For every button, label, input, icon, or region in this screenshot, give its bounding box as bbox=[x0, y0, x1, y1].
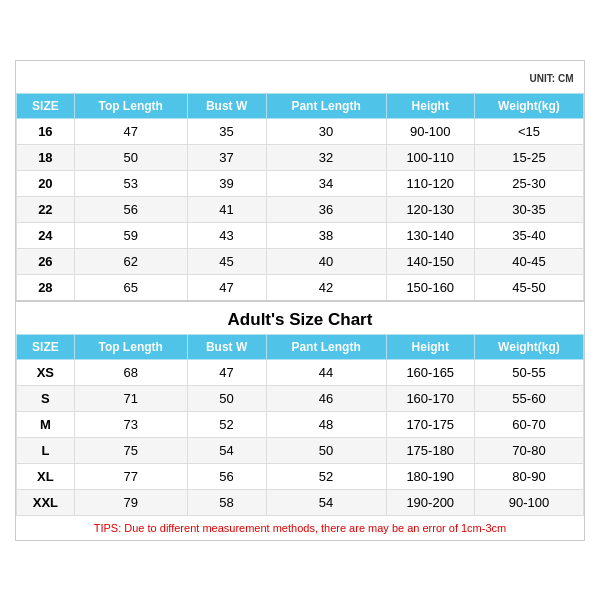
data-cell: 56 bbox=[187, 463, 266, 489]
data-cell: 48 bbox=[266, 411, 386, 437]
children-table-row: 18503732100-11015-25 bbox=[17, 144, 584, 170]
adult-col-header-3: Pant Length bbox=[266, 334, 386, 359]
adult-table-row: S715046160-17055-60 bbox=[17, 385, 584, 411]
size-cell: XS bbox=[17, 359, 75, 385]
data-cell: 59 bbox=[74, 222, 187, 248]
data-cell: 47 bbox=[187, 359, 266, 385]
data-cell: 77 bbox=[74, 463, 187, 489]
data-cell: 30 bbox=[266, 118, 386, 144]
adult-table-body: XS684744160-16550-55S715046160-17055-60M… bbox=[17, 359, 584, 515]
data-cell: 35 bbox=[187, 118, 266, 144]
data-cell: 46 bbox=[266, 385, 386, 411]
unit-label: UNIT: CM bbox=[530, 73, 574, 84]
adult-table-row: M735248170-17560-70 bbox=[17, 411, 584, 437]
data-cell: 70-80 bbox=[474, 437, 583, 463]
data-cell: 44 bbox=[266, 359, 386, 385]
data-cell: 54 bbox=[266, 489, 386, 515]
children-col-header-5: Weight(kg) bbox=[474, 93, 583, 118]
adult-col-header-0: SIZE bbox=[17, 334, 75, 359]
children-table-row: 24594338130-14035-40 bbox=[17, 222, 584, 248]
data-cell: 47 bbox=[187, 274, 266, 301]
adult-table-row: XS684744160-16550-55 bbox=[17, 359, 584, 385]
data-cell: 180-190 bbox=[386, 463, 474, 489]
tips-text: TIPS: Due to different measurement metho… bbox=[94, 522, 506, 534]
children-col-header-3: Pant Length bbox=[266, 93, 386, 118]
children-col-header-4: Height bbox=[386, 93, 474, 118]
size-cell: XL bbox=[17, 463, 75, 489]
data-cell: 40 bbox=[266, 248, 386, 274]
children-table-row: 26624540140-15040-45 bbox=[17, 248, 584, 274]
data-cell: 55-60 bbox=[474, 385, 583, 411]
data-cell: 65 bbox=[74, 274, 187, 301]
data-cell: 45-50 bbox=[474, 274, 583, 301]
size-cell: 20 bbox=[17, 170, 75, 196]
data-cell: 40-45 bbox=[474, 248, 583, 274]
data-cell: 68 bbox=[74, 359, 187, 385]
data-cell: 54 bbox=[187, 437, 266, 463]
children-col-header-1: Top Length bbox=[74, 93, 187, 118]
adult-col-header-1: Top Length bbox=[74, 334, 187, 359]
data-cell: 100-110 bbox=[386, 144, 474, 170]
data-cell: 41 bbox=[187, 196, 266, 222]
children-table-row: 28654742150-16045-50 bbox=[17, 274, 584, 301]
data-cell: 35-40 bbox=[474, 222, 583, 248]
data-cell: 71 bbox=[74, 385, 187, 411]
data-cell: 150-160 bbox=[386, 274, 474, 301]
data-cell: 45 bbox=[187, 248, 266, 274]
data-cell: 25-30 bbox=[474, 170, 583, 196]
adult-col-header-2: Bust W bbox=[187, 334, 266, 359]
data-cell: 43 bbox=[187, 222, 266, 248]
data-cell: 50-55 bbox=[474, 359, 583, 385]
size-cell: S bbox=[17, 385, 75, 411]
data-cell: 90-100 bbox=[386, 118, 474, 144]
adult-table-row: XL775652180-19080-90 bbox=[17, 463, 584, 489]
data-cell: 34 bbox=[266, 170, 386, 196]
children-table-row: 22564136120-13030-35 bbox=[17, 196, 584, 222]
data-cell: 52 bbox=[187, 411, 266, 437]
data-cell: 175-180 bbox=[386, 437, 474, 463]
data-cell: 42 bbox=[266, 274, 386, 301]
children-header-row: SIZETop LengthBust WPant LengthHeightWei… bbox=[17, 93, 584, 118]
data-cell: 58 bbox=[187, 489, 266, 515]
data-cell: 56 bbox=[74, 196, 187, 222]
data-cell: 170-175 bbox=[386, 411, 474, 437]
data-cell: 160-170 bbox=[386, 385, 474, 411]
adult-col-header-4: Height bbox=[386, 334, 474, 359]
size-cell: XXL bbox=[17, 489, 75, 515]
size-cell: 16 bbox=[17, 118, 75, 144]
adult-table-row: XXL795854190-20090-100 bbox=[17, 489, 584, 515]
data-cell: 120-130 bbox=[386, 196, 474, 222]
size-cell: 26 bbox=[17, 248, 75, 274]
size-cell: L bbox=[17, 437, 75, 463]
data-cell: 53 bbox=[74, 170, 187, 196]
data-cell: 38 bbox=[266, 222, 386, 248]
size-chart-container: Children's Size Chart UNIT: CM SIZETop L… bbox=[15, 60, 585, 541]
data-cell: 90-100 bbox=[474, 489, 583, 515]
adult-header-area: SIZETop LengthBust WPant LengthHeightWei… bbox=[17, 334, 584, 359]
children-col-header-0: SIZE bbox=[17, 93, 75, 118]
children-col-header-2: Bust W bbox=[187, 93, 266, 118]
size-cell: 22 bbox=[17, 196, 75, 222]
data-cell: 79 bbox=[74, 489, 187, 515]
data-cell: 190-200 bbox=[386, 489, 474, 515]
children-table-body: 1647353090-100<1518503732100-11015-25205… bbox=[17, 118, 584, 301]
children-table-row: 1647353090-100<15 bbox=[17, 118, 584, 144]
data-cell: 52 bbox=[266, 463, 386, 489]
data-cell: 140-150 bbox=[386, 248, 474, 274]
data-cell: 37 bbox=[187, 144, 266, 170]
data-cell: 50 bbox=[74, 144, 187, 170]
data-cell: 62 bbox=[74, 248, 187, 274]
children-chart-title: Children's Size Chart bbox=[215, 69, 385, 89]
tips-row: TIPS: Due to different measurement metho… bbox=[17, 515, 584, 540]
data-cell: 36 bbox=[266, 196, 386, 222]
data-cell: 73 bbox=[74, 411, 187, 437]
data-cell: 130-140 bbox=[386, 222, 474, 248]
size-cell: 28 bbox=[17, 274, 75, 301]
children-table-row: 20533934110-12025-30 bbox=[17, 170, 584, 196]
data-cell: 80-90 bbox=[474, 463, 583, 489]
adult-col-header-5: Weight(kg) bbox=[474, 334, 583, 359]
adult-header-row: SIZETop LengthBust WPant LengthHeightWei… bbox=[17, 334, 584, 359]
data-cell: 110-120 bbox=[386, 170, 474, 196]
data-cell: 15-25 bbox=[474, 144, 583, 170]
data-cell: 75 bbox=[74, 437, 187, 463]
